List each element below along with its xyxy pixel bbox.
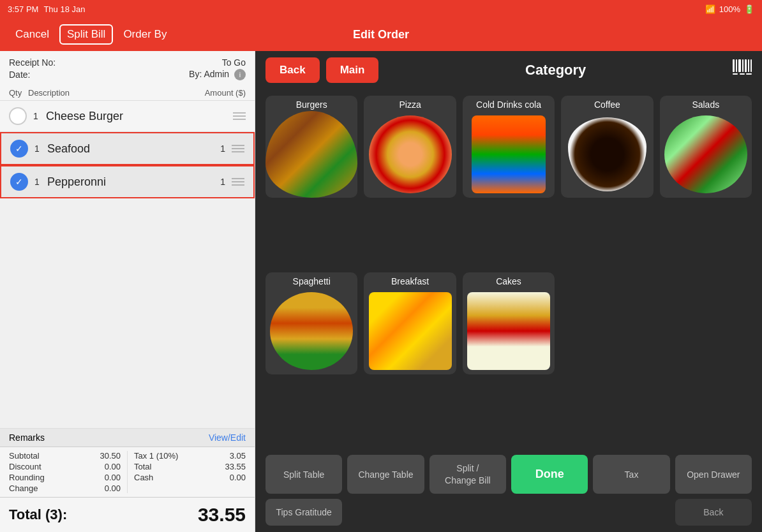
change-label: Change xyxy=(9,484,38,493)
svg-rect-1 xyxy=(736,59,737,72)
col-amount: Amount ($) xyxy=(205,88,246,98)
split-table-button[interactable]: Split Table xyxy=(265,455,342,493)
to-go-label: To Go xyxy=(222,57,246,68)
back-button[interactable]: Back xyxy=(265,57,320,83)
table-row[interactable]: ✓ 1 Seafood 1 xyxy=(0,132,255,165)
category-label-cold-drinks: Cold Drinks cola xyxy=(474,96,544,111)
date-label: Date: xyxy=(9,70,30,80)
order-by-button[interactable]: Order By xyxy=(118,26,172,43)
table-row[interactable]: 1 Cheese Burger xyxy=(0,101,255,132)
left-panel: Receipt No: To Go Date: By: Admin i Qty … xyxy=(0,51,255,532)
tax-label: Tax 1 (10%) xyxy=(134,451,178,461)
remarks-bar: Remarks View/Edit xyxy=(0,429,255,447)
tax-value: 3.05 xyxy=(230,451,246,461)
total-label: Total xyxy=(134,462,151,471)
main-button[interactable]: Main xyxy=(326,57,379,83)
pizza-image xyxy=(369,115,452,193)
empty-slot-1 xyxy=(347,499,424,526)
grand-total-label: Total (3): xyxy=(9,506,67,523)
battery-percentage: 100% xyxy=(719,4,740,14)
open-drawer-button[interactable]: Open Drawer xyxy=(675,455,752,493)
change-table-button[interactable]: Change Table xyxy=(347,455,424,493)
wifi-icon: 📶 xyxy=(705,4,715,14)
cakes-image xyxy=(467,292,550,370)
category-item-breakfast[interactable]: Breakfast xyxy=(364,272,456,374)
tax-button[interactable]: Tax xyxy=(593,455,669,493)
nav-title: Edit Order xyxy=(353,28,409,41)
remarks-label: Remarks xyxy=(9,432,45,443)
done-button[interactable]: Done xyxy=(511,455,588,493)
breakfast-image xyxy=(369,292,452,370)
bottom-actions: Split Table Change Table Split /Change B… xyxy=(255,448,762,532)
cancel-button[interactable]: Cancel xyxy=(10,26,54,43)
item-checkbox-2[interactable]: ✓ xyxy=(10,140,28,158)
status-time: 3:57 PM xyxy=(8,4,38,14)
col-qty: Qty xyxy=(9,88,28,98)
drag-handle-3 xyxy=(232,178,244,186)
by-label: By: Admin i xyxy=(189,69,246,80)
order-items-list: 1 Cheese Burger ✓ 1 Seafood 1 ✓ 1 xyxy=(0,101,255,428)
category-item-salads[interactable]: Salads xyxy=(660,96,752,198)
barcode-scanner-icon[interactable] xyxy=(733,59,752,81)
category-item-burgers[interactable]: Burgers xyxy=(265,96,357,198)
category-item-cakes[interactable]: Cakes xyxy=(463,272,555,374)
back-button-bottom[interactable]: Back xyxy=(675,499,752,526)
discount-value: 0.00 xyxy=(105,462,121,471)
cold-drinks-image xyxy=(472,115,546,193)
item-name-3: Pepperonni xyxy=(47,175,220,189)
spaghetti-image xyxy=(270,292,353,370)
grand-total: Total (3): 33.55 xyxy=(0,497,255,532)
svg-rect-7 xyxy=(733,73,738,75)
item-checkbox-3[interactable]: ✓ xyxy=(10,173,28,191)
tips-gratitude-button[interactable]: Tips Gratitude xyxy=(265,499,342,526)
subtotal-value: 30.50 xyxy=(100,451,121,461)
receipt-no-label: Receipt No: xyxy=(9,57,56,68)
main-layout: Receipt No: To Go Date: By: Admin i Qty … xyxy=(0,51,762,532)
status-bar: 3:57 PM Thu 18 Jan 📶 100% 🔋 xyxy=(0,0,762,18)
item-checkbox-1[interactable] xyxy=(9,107,27,125)
category-item-pizza[interactable]: Pizza xyxy=(364,96,456,198)
nav-bar: Cancel Split Bill Order By Edit Order xyxy=(0,18,762,51)
category-label-spaghetti: Spaghetti xyxy=(290,272,333,288)
item-amount-3: 1 xyxy=(220,177,225,187)
empty-slot-2 xyxy=(430,499,506,526)
category-item-coffee[interactable]: Coffee xyxy=(561,96,653,198)
item-amount-2: 1 xyxy=(220,144,225,154)
info-icon[interactable]: i xyxy=(234,69,246,80)
category-grid: Burgers Pizza Cold Drinks cola xyxy=(255,89,762,448)
svg-rect-8 xyxy=(740,73,745,75)
category-label-pizza: Pizza xyxy=(396,96,423,111)
cash-label: Cash xyxy=(134,473,153,482)
burgers-image xyxy=(265,111,357,198)
category-title: Category xyxy=(385,62,726,78)
category-item-spaghetti[interactable]: Spaghetti xyxy=(265,272,357,374)
svg-rect-4 xyxy=(745,59,747,72)
category-label-salads: Salads xyxy=(689,96,722,111)
split-change-bill-button[interactable]: Split /Change Bill xyxy=(430,455,506,493)
col-desc: Description xyxy=(28,88,205,98)
rounding-value: 0.00 xyxy=(105,473,121,482)
total-value: 33.55 xyxy=(225,462,246,471)
item-qty-2: 1 xyxy=(34,144,47,154)
right-panel: Back Main Category xyxy=(255,51,762,532)
coffee-image xyxy=(568,117,646,191)
category-label-cakes: Cakes xyxy=(493,272,524,288)
receipt-footer: Remarks View/Edit Subtotal 30.50 Discoun… xyxy=(0,428,255,532)
svg-rect-0 xyxy=(733,59,735,72)
category-label-burgers: Burgers xyxy=(294,96,330,111)
svg-rect-2 xyxy=(738,59,741,72)
category-header: Back Main Category xyxy=(255,51,762,89)
status-date: Thu 18 Jan xyxy=(43,4,85,14)
receipt-header: Receipt No: To Go Date: By: Admin i xyxy=(0,51,255,85)
category-item-cold-drinks[interactable]: Cold Drinks cola xyxy=(463,96,555,198)
svg-rect-5 xyxy=(748,59,749,72)
table-row[interactable]: ✓ 1 Pepperonni 1 xyxy=(0,165,255,198)
item-name-1: Cheese Burger xyxy=(46,110,227,123)
nav-left-buttons: Cancel Split Bill Order By xyxy=(10,24,172,45)
drag-handle-1 xyxy=(233,112,246,120)
category-label-coffee: Coffee xyxy=(592,96,623,111)
split-bill-button[interactable]: Split Bill xyxy=(59,24,113,45)
view-edit-link[interactable]: View/Edit xyxy=(209,432,246,443)
drag-handle-2 xyxy=(232,145,244,152)
empty-slot-4 xyxy=(593,499,669,526)
